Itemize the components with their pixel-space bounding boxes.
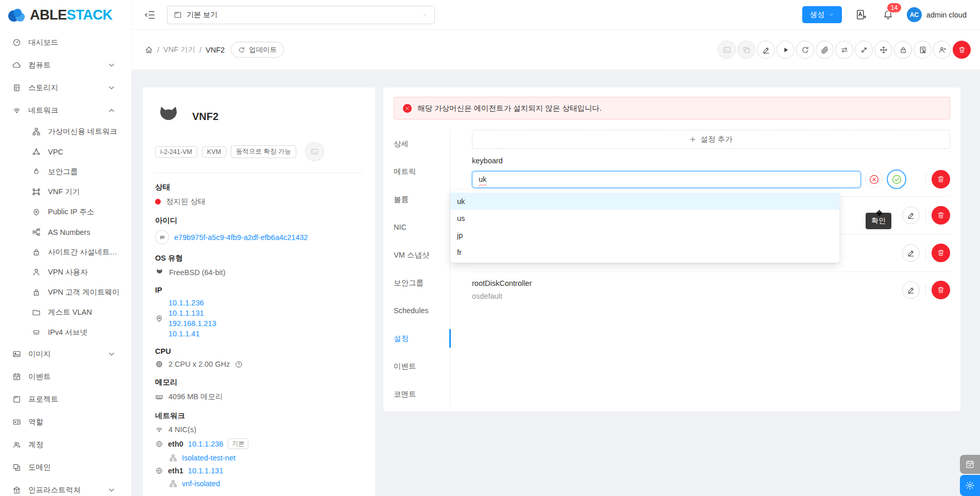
reset-password-button[interactable] xyxy=(894,41,912,59)
breadcrumb-parent[interactable]: VNF 기기 xyxy=(163,45,195,55)
tab-details[interactable]: 상세 xyxy=(394,130,450,158)
sidebar-item-public-ip[interactable]: Public IP 주소 xyxy=(0,202,131,222)
translate-icon[interactable] xyxy=(855,9,867,21)
tab-vm-snapshots[interactable]: VM 스냅샷 xyxy=(394,241,450,269)
vm-action-toolbar xyxy=(718,41,971,59)
add-setting-button[interactable]: 설정 추가 xyxy=(472,130,950,149)
tab-settings[interactable]: 설정 xyxy=(394,324,450,352)
home-icon[interactable] xyxy=(145,46,153,54)
ip-link[interactable]: 10.1.1.41 xyxy=(168,330,216,338)
attach-iso-button[interactable] xyxy=(816,41,834,59)
tab-nic[interactable]: NIC xyxy=(394,213,450,241)
dropdown-option-uk[interactable]: uk xyxy=(450,193,839,210)
delete-setting-button[interactable] xyxy=(932,206,950,225)
sidebar-item-events[interactable]: 이벤트 xyxy=(0,365,131,388)
user-name[interactable]: admin cloud xyxy=(926,11,967,19)
storage-icon xyxy=(12,83,21,92)
sidebar-item-dashboard[interactable]: 대시보드 xyxy=(0,31,131,54)
sidebar-item-guest-vlan[interactable]: 게스트 VLAN xyxy=(0,302,131,322)
sidebar-item-storage[interactable]: 스토리지 xyxy=(0,76,131,99)
keyboard-value-input[interactable]: uk xyxy=(472,171,861,188)
view-mode-select[interactable]: 기본 보기 xyxy=(167,6,435,24)
console-shortcut-button[interactable] xyxy=(305,142,324,161)
dropdown-option-fr[interactable]: fr xyxy=(450,244,839,261)
assign-ssh-keypair-button[interactable] xyxy=(914,41,932,59)
ip-link[interactable]: 10.1.1.131 xyxy=(168,309,216,317)
question-circle-icon[interactable] xyxy=(235,361,243,368)
tab-security-groups[interactable]: 보안그룹 xyxy=(394,269,450,297)
sidebar-item-infrastructure[interactable]: 인프라스트럭쳐 xyxy=(0,478,131,496)
nic-ip-link[interactable]: 10.1.1.131 xyxy=(188,467,224,475)
gear-icon xyxy=(965,481,975,490)
network-link[interactable]: vnf-isolated xyxy=(182,480,220,488)
ip-link[interactable]: 10.1.1.236 xyxy=(168,299,216,307)
sidebar-item-site-to-site-vpn[interactable]: 사이트간 사설네트워크(VP... xyxy=(0,242,131,262)
sidebar-item-security-groups[interactable]: 보안그룹 xyxy=(0,162,131,182)
vm-id-link[interactable]: e79b975f-a5c9-4fb9-a2df-efb6a4c21432 xyxy=(174,233,308,242)
event-timeline-fab[interactable] xyxy=(960,455,980,474)
sidebar-item-projects[interactable]: 프로젝트 xyxy=(0,388,131,411)
nic-ip-link[interactable]: 10.1.1.236 xyxy=(188,440,224,448)
create-button[interactable]: 생성 xyxy=(802,6,842,23)
network-link[interactable]: Isolated-test-net xyxy=(182,454,235,462)
sidebar-item-ipv4-subnet[interactable]: IPv4 서브넷 xyxy=(0,322,131,343)
delete-setting-button[interactable] xyxy=(932,170,950,189)
reinstall-vm-button[interactable] xyxy=(796,41,814,59)
clone-button[interactable] xyxy=(737,41,755,59)
chip-icon xyxy=(155,360,163,368)
sidebar-item-vpc[interactable]: VPC xyxy=(0,142,131,162)
setting-key: rootDiskController xyxy=(472,279,532,287)
destroy-vm-button[interactable] xyxy=(953,41,971,59)
sidebar-nav: 대시보드 컴퓨트 스토리지 네트워크 가상머신용 네트워크 VPC 보안그룹 V… xyxy=(0,30,131,496)
barcode-icon xyxy=(155,230,169,244)
tab-events[interactable]: 이벤트 xyxy=(394,352,450,380)
migrate-vm-button[interactable] xyxy=(835,41,853,59)
sidebar-item-images[interactable]: 이미지 xyxy=(0,343,131,365)
edit-setting-button[interactable] xyxy=(902,281,920,299)
ram-icon xyxy=(155,393,163,401)
sidebar-item-vpn-users[interactable]: VPN 사용자 xyxy=(0,262,131,282)
avatar[interactable]: AC xyxy=(907,7,922,22)
breadcrumb-bar: / VNF 기기 / VNF2 업데이트 xyxy=(132,30,980,70)
sidebar-item-as-numbers[interactable]: AS Numbers xyxy=(0,222,131,242)
edit-vm-button[interactable] xyxy=(757,41,775,59)
sidebar-item-network[interactable]: 네트워크 xyxy=(0,99,131,122)
cancel-edit-button[interactable] xyxy=(865,170,883,188)
edit-setting-button[interactable] xyxy=(902,207,920,224)
delete-setting-button[interactable] xyxy=(932,244,950,262)
brand-logo[interactable]: ABLESTACK xyxy=(0,0,131,30)
dropdown-option-jp[interactable]: jp xyxy=(450,227,839,244)
dropdown-option-us[interactable]: us xyxy=(450,210,839,227)
delete-setting-button[interactable] xyxy=(932,281,950,299)
tab-metrics[interactable]: 메트릭 xyxy=(394,158,450,185)
sidebar-item-guest-networks[interactable]: 가상머신용 네트워크 xyxy=(0,122,131,142)
console-button[interactable] xyxy=(718,41,736,59)
as-numbers-icon xyxy=(32,228,41,236)
sidebar-item-roles[interactable]: 역할 xyxy=(0,411,131,433)
setting-row-rootdiskcontroller: rootDiskController osdefault xyxy=(472,271,950,309)
ip-link[interactable]: 192.168.1.213 xyxy=(168,319,216,328)
vm-tags: i-2-241-VM KVM 동적으로 확장 가능 xyxy=(155,142,363,161)
sidebar-item-accounts[interactable]: 계정 xyxy=(0,433,131,456)
update-button[interactable]: 업데이트 xyxy=(231,42,284,58)
project-icon xyxy=(12,395,21,404)
domain-icon xyxy=(12,463,21,472)
sidebar-item-domains[interactable]: 도메인 xyxy=(0,456,131,478)
sidebar-item-compute[interactable]: 컴퓨트 xyxy=(0,54,131,76)
tab-volumes[interactable]: 볼륨 xyxy=(394,185,450,213)
sidebar-item-vnf-appliances[interactable]: VNF 기기 xyxy=(0,182,131,202)
scale-vm-button[interactable] xyxy=(855,41,873,59)
notifications-button[interactable]: 14 xyxy=(883,9,893,21)
settings-fab[interactable] xyxy=(960,475,980,496)
sidebar-item-vpn-customer-gateway[interactable]: VPN 고객 게이트웨이 xyxy=(0,282,131,302)
start-vm-button[interactable] xyxy=(776,41,795,59)
setting-value: osdefault xyxy=(472,292,532,300)
tab-schedules[interactable]: Schedules xyxy=(394,297,450,324)
sidebar-collapse-icon[interactable] xyxy=(144,9,156,21)
assign-vm-button[interactable] xyxy=(933,41,951,59)
breadcrumb-separator: / xyxy=(157,46,159,54)
tab-comments[interactable]: 코멘트 xyxy=(394,380,450,408)
move-vm-button[interactable] xyxy=(874,41,892,59)
confirm-edit-button[interactable] xyxy=(887,169,906,189)
edit-setting-button[interactable] xyxy=(902,244,920,262)
